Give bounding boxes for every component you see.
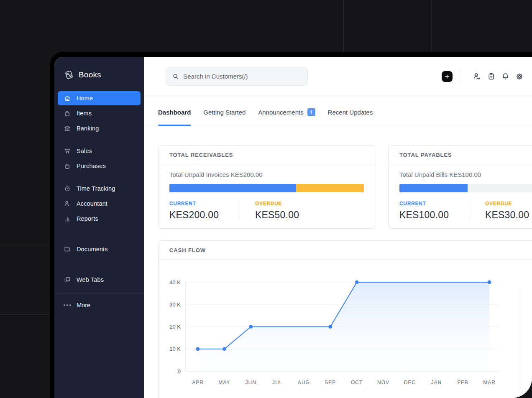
- card-title: CASH FLOW: [169, 247, 206, 253]
- dashboard-tabbar: Dashboard Getting Started Announcements …: [144, 96, 532, 126]
- overdue-value: KES30.00: [485, 209, 529, 221]
- tab-recent-updates[interactable]: Recent Updates: [328, 99, 373, 126]
- payables-progress-bar: [399, 184, 532, 192]
- notification-bell-icon: [501, 72, 510, 81]
- notifications-button[interactable]: [498, 69, 512, 84]
- svg-text:FEB: FEB: [457, 380, 468, 385]
- clipboard-check-icon: [487, 72, 496, 81]
- sidebar-nav: Home Items Banking: [54, 84, 144, 287]
- sidebar-item-label: Purchases: [77, 163, 106, 169]
- purchases-bag-icon: [64, 162, 71, 170]
- tab-label: Dashboard: [158, 109, 191, 116]
- svg-text:JUN: JUN: [246, 380, 256, 385]
- sidebar-item-web-tabs[interactable]: Web Tabs: [58, 273, 141, 287]
- books-logo-icon: [64, 69, 74, 80]
- reports-icon: [64, 215, 71, 222]
- cash-flow-chart: 010 K20 K30 K40 KAPRMAYJUNJULAUGSEPOCTNO…: [159, 260, 532, 398]
- referral-button[interactable]: [470, 69, 484, 84]
- home-icon: [64, 94, 71, 102]
- svg-text:MAR: MAR: [483, 380, 496, 385]
- sales-cart-icon: [64, 147, 71, 155]
- current-value: KES200.00: [169, 209, 239, 221]
- more-dots-icon: [64, 304, 71, 306]
- card-title: TOTAL RECEIVABLES: [169, 152, 233, 158]
- app-window: Books Home Items: [50, 52, 532, 398]
- overdue-label: OVERDUE: [255, 201, 299, 207]
- background-seam: [0, 314, 50, 315]
- sidebar-item-documents[interactable]: Documents: [58, 242, 141, 256]
- sidebar-item-label: Banking: [77, 125, 99, 132]
- svg-text:40 K: 40 K: [169, 279, 181, 286]
- svg-text:APR: APR: [192, 380, 204, 385]
- current-bar-segment: [169, 184, 296, 192]
- receivables-progress-bar: [169, 184, 364, 192]
- svg-text:SEP: SEP: [325, 380, 336, 385]
- total-receivables-card: TOTAL RECEIVABLES Total Unpaid Invoices …: [158, 145, 375, 229]
- sidebar-item-label: More: [77, 302, 90, 309]
- tab-label: Announcements: [258, 109, 303, 116]
- documents-folder-icon: [64, 245, 71, 253]
- card-title: TOTAL PAYABLES: [399, 152, 452, 158]
- topbar-divider: [461, 69, 461, 84]
- sidebar-item-sales[interactable]: Sales: [58, 144, 141, 158]
- sidebar-item-items[interactable]: Items: [58, 106, 141, 120]
- sidebar-item-banking[interactable]: Banking: [58, 121, 141, 135]
- svg-text:AUG: AUG: [298, 380, 310, 385]
- background-seam: [0, 245, 50, 245]
- sidebar-item-more[interactable]: More: [54, 298, 144, 312]
- current-value: KES100.00: [399, 209, 469, 221]
- unpaid-invoices-text: Total Unpaid Invoices KES200.00: [169, 171, 364, 178]
- referral-user-icon: [472, 72, 481, 81]
- sidebar-item-label: Web Tabs: [77, 276, 104, 283]
- svg-text:MAY: MAY: [218, 380, 230, 385]
- items-icon: [64, 110, 71, 117]
- sidebar-item-accountant[interactable]: Accountant: [58, 196, 141, 211]
- overdue-bar-segment: [296, 184, 364, 192]
- svg-text:0: 0: [178, 368, 181, 375]
- banking-icon: [64, 125, 71, 132]
- sidebar-item-label: Accountant: [77, 200, 107, 207]
- current-label: CURRENT: [399, 201, 469, 207]
- main-area: Dashboard Getting Started Announcements …: [144, 57, 532, 398]
- svg-text:JUL: JUL: [272, 380, 282, 385]
- sidebar-item-home[interactable]: Home: [58, 91, 141, 105]
- sidebar-item-purchases[interactable]: Purchases: [58, 159, 141, 173]
- sidebar-item-label: Documents: [77, 246, 108, 253]
- tab-announcements[interactable]: Announcements 1: [258, 99, 315, 126]
- announcements-badge: 1: [307, 108, 315, 116]
- unpaid-bills-text: Total Unpaid Bills KES100.00: [399, 171, 532, 178]
- svg-text:30 K: 30 K: [169, 301, 181, 308]
- sidebar-item-reports[interactable]: Reports: [58, 212, 141, 226]
- overdue-label: OVERDUE: [485, 201, 529, 207]
- global-search[interactable]: [166, 67, 308, 86]
- search-icon: [172, 72, 179, 80]
- settings-gear-icon: [515, 72, 524, 81]
- tasks-button[interactable]: [484, 69, 498, 84]
- current-label: CURRENT: [169, 201, 239, 207]
- sidebar-item-time-tracking[interactable]: Time Tracking: [58, 181, 141, 196]
- search-input[interactable]: [183, 73, 302, 80]
- settings-button[interactable]: [512, 69, 527, 84]
- sidebar: Books Home Items: [54, 57, 144, 398]
- svg-text:DEC: DEC: [404, 380, 416, 385]
- tab-label: Recent Updates: [328, 109, 373, 116]
- sidebar-divider: [54, 293, 144, 294]
- quick-add-button[interactable]: [442, 71, 453, 82]
- time-tracking-icon: [64, 185, 71, 192]
- overdue-value: KES50.00: [255, 209, 299, 221]
- sidebar-item-label: Time Tracking: [77, 185, 115, 192]
- svg-text:JAN: JAN: [431, 380, 442, 385]
- app-title: Books: [79, 70, 101, 79]
- cash-flow-card: CASH FLOW 010 K20 K30 K40 KAPRMAYJUNJULA…: [158, 240, 532, 398]
- sidebar-item-label: Items: [77, 110, 92, 117]
- current-bar-segment: [399, 184, 468, 192]
- dashboard-content: TOTAL RECEIVABLES Total Unpaid Invoices …: [144, 126, 532, 398]
- sidebar-item-label: Sales: [77, 148, 92, 154]
- tab-getting-started[interactable]: Getting Started: [203, 99, 246, 126]
- tab-dashboard[interactable]: Dashboard: [158, 99, 191, 126]
- app-logo: Books: [54, 57, 144, 84]
- tab-label: Getting Started: [203, 109, 246, 116]
- background-seam: [431, 0, 432, 52]
- web-tabs-icon: [64, 276, 71, 283]
- total-payables-card: TOTAL PAYABLES Total Unpaid Bills KES100…: [388, 145, 532, 229]
